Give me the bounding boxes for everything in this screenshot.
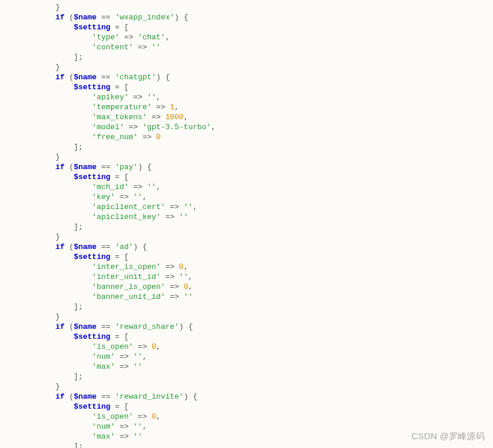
code-line: 'apiclient_cert' => '', bbox=[19, 203, 197, 211]
code-line: } bbox=[19, 63, 60, 72]
code-line: 'free_num' => 0 bbox=[19, 133, 161, 142]
code-line: 'inter_is_open' => 0, bbox=[19, 262, 188, 271]
code-line: ]; bbox=[19, 53, 83, 62]
code-line: $setting = [ bbox=[19, 402, 129, 411]
code-line: 'apikey' => '', bbox=[19, 93, 161, 102]
code-line: } bbox=[19, 312, 60, 321]
code-line: 'is_open' => 0, bbox=[19, 342, 161, 351]
code-line: 'type' => 'chat', bbox=[19, 33, 170, 42]
code-line: 'inter_unit_id' => '', bbox=[19, 272, 193, 281]
code-line: 'is_open' => 0, bbox=[19, 412, 161, 421]
code-line: 'max_tokens' => 1000, bbox=[19, 113, 188, 122]
code-line: 'apiclient_key' => '' bbox=[19, 213, 188, 221]
code-line: ]; bbox=[19, 143, 83, 151]
code-line: 'content' => '' bbox=[19, 43, 161, 52]
code-line: } bbox=[19, 382, 60, 391]
code-line: 'num' => '', bbox=[19, 422, 147, 431]
code-line: ]; bbox=[19, 302, 83, 311]
code-line: 'key' => '', bbox=[19, 193, 147, 201]
code-line: 'banner_unit_id' => '' bbox=[19, 292, 193, 301]
code-line: 'temperature' => 1, bbox=[19, 103, 179, 112]
code-line: $setting = [ bbox=[19, 83, 129, 92]
code-line: ]; bbox=[19, 223, 83, 231]
code-line: 'model' => 'gpt-3.5-turbo', bbox=[19, 123, 216, 132]
code-line: 'mch_id' => '', bbox=[19, 183, 161, 191]
code-line: if ($name == 'reward_share') { bbox=[19, 322, 193, 331]
code-line: $setting = [ bbox=[19, 252, 129, 261]
code-line: if ($name == 'wxapp_index') { bbox=[19, 13, 188, 22]
code-line: } bbox=[19, 3, 60, 12]
code-line: ]; bbox=[19, 372, 83, 381]
code-line: 'max' => '' bbox=[19, 362, 143, 371]
code-line: ]; bbox=[19, 442, 83, 448]
code-line: } bbox=[19, 233, 60, 241]
code-line: 'num' => '', bbox=[19, 352, 147, 361]
code-line: } bbox=[19, 153, 60, 161]
code-line: 'banner_is_open' => 0, bbox=[19, 282, 193, 291]
code-line: if ($name == 'reward_invite') { bbox=[19, 392, 197, 401]
code-line: 'max' => '' bbox=[19, 432, 143, 441]
code-line: $setting = [ bbox=[19, 332, 129, 341]
code-block: } if ($name == 'wxapp_index') { $setting… bbox=[0, 0, 493, 448]
code-line: if ($name == 'chatgpt') { bbox=[19, 73, 170, 82]
code-line: $setting = [ bbox=[19, 23, 129, 32]
code-line: if ($name == 'ad') { bbox=[19, 242, 147, 251]
code-line: if ($name == 'pay') { bbox=[19, 163, 151, 171]
code-line: $setting = [ bbox=[19, 173, 129, 181]
